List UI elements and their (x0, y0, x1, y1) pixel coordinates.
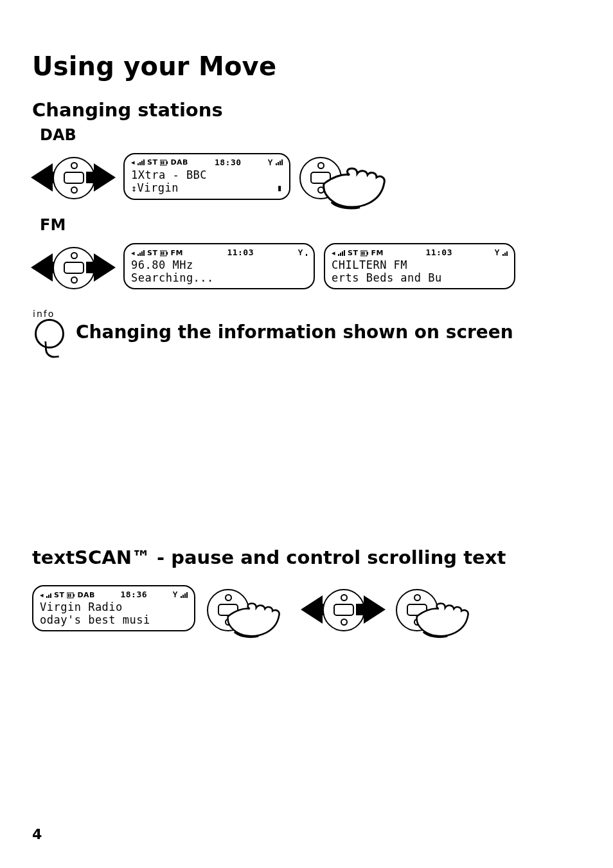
lcd-screen-fm-searching: ◂ ST FM 11:03 96.80 MHz Searching... (123, 243, 315, 289)
lcd-time: 18:36 (120, 590, 147, 599)
svg-rect-11 (367, 252, 368, 255)
mode-indicator: FM (371, 249, 383, 257)
signal-bars-icon (138, 250, 145, 256)
lcd-time: 18:30 (215, 158, 242, 167)
tuning-icon: ◂ (131, 159, 135, 166)
info-heading-row: info Changing the information shown on s… (32, 310, 581, 354)
joystick-press-icon (396, 580, 479, 637)
tuning-icon: ◂ (131, 249, 135, 257)
stereo-icon: ST (54, 591, 64, 599)
mode-label-dab: DAB (40, 126, 581, 144)
lcd-line1: 96.80 MHz (131, 258, 307, 271)
antenna-icon (298, 249, 303, 257)
svg-rect-14 (70, 593, 71, 597)
joystick-left-right-icon (32, 148, 114, 204)
stereo-icon: ST (147, 249, 157, 257)
section-textscan: textSCAN™ - pause and control scrolling … (32, 547, 581, 568)
signal-bars-icon (181, 592, 188, 598)
lcd-screen-dab: ◂ ST DAB 18:30 1Xtra - BBC ↕Virgin▮ (123, 153, 290, 200)
antenna-icon (494, 249, 500, 257)
lcd-time: 11:03 (227, 248, 254, 257)
tuning-icon: ◂ (40, 592, 44, 599)
fm-row: ◂ ST FM 11:03 96.80 MHz Searching... (32, 238, 581, 294)
lcd-line1: CHILTERN FM (332, 258, 508, 271)
section-info-heading: Changing the information shown on screen (76, 321, 513, 343)
textscan-row: ◂ ST DAB 18:36 Virgin Radio oday's best … (32, 580, 581, 637)
svg-rect-15 (73, 594, 75, 597)
lcd-line2: oday's best musi (40, 613, 188, 626)
signal-bars-icon (46, 592, 51, 598)
mode-indicator: DAB (170, 158, 188, 167)
battery-icon (160, 158, 168, 167)
svg-rect-13 (68, 593, 69, 597)
battery-icon (160, 249, 168, 257)
svg-rect-5 (161, 251, 163, 255)
lcd-line1: Virgin Radio (40, 601, 188, 613)
signal-bars-icon (338, 250, 345, 256)
tuning-icon: ◂ (332, 249, 335, 257)
mode-indicator: DAB (77, 591, 95, 599)
signal-bars-icon (138, 159, 145, 165)
section-changing-stations: Changing stations (32, 99, 581, 121)
dab-row: ◂ ST DAB 18:30 1Xtra - BBC ↕Virgin▮ (32, 148, 581, 204)
lcd-screen-textscan: ◂ ST DAB 18:36 Virgin Radio oday's best … (32, 585, 195, 631)
svg-rect-6 (163, 251, 164, 255)
svg-rect-2 (163, 161, 164, 165)
stereo-icon: ST (348, 249, 358, 257)
svg-rect-10 (364, 251, 365, 255)
signal-bars-icon (306, 250, 307, 256)
signal-bars-icon (502, 250, 508, 256)
page-title: Using your Move (32, 51, 581, 81)
mode-indicator: FM (170, 249, 182, 257)
svg-rect-1 (161, 161, 163, 165)
antenna-icon (172, 591, 178, 599)
joystick-press-icon (299, 148, 396, 204)
joystick-press-icon (207, 580, 290, 637)
lcd-line1: 1Xtra - BBC (131, 168, 283, 181)
page-number: 4 (32, 826, 42, 842)
signal-bars-icon (276, 159, 283, 165)
svg-rect-9 (362, 251, 363, 255)
svg-rect-7 (166, 252, 168, 255)
battery-icon (67, 591, 75, 599)
mode-label-fm: FM (40, 216, 581, 234)
lcd-line2: ↕Virgin▮ (131, 181, 283, 195)
svg-rect-3 (166, 161, 168, 164)
lcd-screen-fm-found: ◂ ST FM 11:03 CHILTERN FM erts Beds and … (324, 243, 515, 289)
stereo-icon: ST (147, 158, 157, 167)
lcd-line2: erts Beds and Bu (332, 271, 508, 284)
joystick-left-right-icon (302, 580, 384, 637)
joystick-left-right-icon (32, 238, 114, 294)
antenna-icon (267, 159, 273, 167)
battery-icon (360, 249, 368, 257)
lcd-time: 11:03 (425, 248, 452, 257)
lcd-line2: Searching... (131, 271, 307, 284)
info-loop-icon: info (32, 310, 66, 354)
